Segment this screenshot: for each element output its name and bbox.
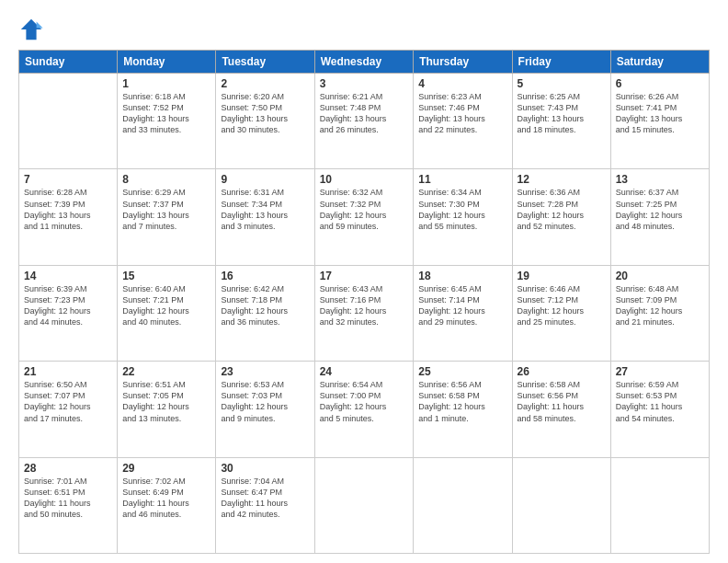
day-number: 9: [221, 173, 309, 186]
day-info: Sunrise: 6:28 AM Sunset: 7:39 PM Dayligh…: [24, 187, 112, 232]
day-cell: 5Sunrise: 6:25 AM Sunset: 7:43 PM Daylig…: [512, 74, 610, 169]
day-number: 15: [122, 270, 210, 282]
logo-icon: [18, 17, 44, 42]
day-info: Sunrise: 6:40 AM Sunset: 7:21 PM Dayligh…: [122, 283, 210, 328]
col-header-friday: Friday: [512, 51, 610, 74]
logo: [18, 17, 46, 42]
day-number: 17: [320, 270, 409, 282]
day-cell: 30Sunrise: 7:04 AM Sunset: 6:47 PM Dayli…: [216, 457, 314, 553]
day-number: 6: [616, 77, 704, 90]
day-number: 7: [24, 173, 112, 186]
col-header-tuesday: Tuesday: [216, 51, 314, 74]
col-header-wednesday: Wednesday: [314, 51, 414, 74]
day-cell: 26Sunrise: 6:58 AM Sunset: 6:56 PM Dayli…: [512, 362, 610, 457]
day-info: Sunrise: 6:18 AM Sunset: 7:52 PM Dayligh…: [122, 91, 210, 136]
day-info: Sunrise: 6:32 AM Sunset: 7:32 PM Dayligh…: [320, 187, 409, 232]
page: SundayMondayTuesdayWednesdayThursdayFrid…: [0, 0, 728, 563]
day-info: Sunrise: 6:34 AM Sunset: 7:30 PM Dayligh…: [418, 187, 506, 232]
calendar-table: SundayMondayTuesdayWednesdayThursdayFrid…: [18, 50, 710, 554]
day-number: 21: [24, 365, 112, 378]
day-cell: 1Sunrise: 6:18 AM Sunset: 7:52 PM Daylig…: [118, 74, 216, 169]
day-cell: 17Sunrise: 6:43 AM Sunset: 7:16 PM Dayli…: [314, 265, 414, 361]
week-row-3: 14Sunrise: 6:39 AM Sunset: 7:23 PM Dayli…: [19, 265, 710, 361]
day-cell: 24Sunrise: 6:54 AM Sunset: 7:00 PM Dayli…: [314, 362, 414, 457]
week-row-2: 7Sunrise: 6:28 AM Sunset: 7:39 PM Daylig…: [19, 169, 710, 265]
day-number: 8: [122, 173, 210, 186]
day-number: 20: [616, 270, 704, 282]
day-info: Sunrise: 6:51 AM Sunset: 7:05 PM Dayligh…: [122, 379, 210, 424]
day-cell: 27Sunrise: 6:59 AM Sunset: 6:53 PM Dayli…: [610, 362, 709, 457]
week-row-1: 1Sunrise: 6:18 AM Sunset: 7:52 PM Daylig…: [19, 74, 710, 169]
day-cell: [414, 457, 512, 553]
day-info: Sunrise: 7:02 AM Sunset: 6:49 PM Dayligh…: [122, 476, 210, 521]
day-info: Sunrise: 6:36 AM Sunset: 7:28 PM Dayligh…: [518, 187, 606, 232]
day-cell: 25Sunrise: 6:56 AM Sunset: 6:58 PM Dayli…: [414, 362, 512, 457]
svg-marker-1: [37, 22, 43, 29]
svg-marker-0: [21, 19, 41, 40]
day-number: 12: [518, 173, 606, 186]
day-number: 26: [518, 365, 606, 378]
day-info: Sunrise: 6:26 AM Sunset: 7:41 PM Dayligh…: [616, 91, 704, 136]
day-cell: 7Sunrise: 6:28 AM Sunset: 7:39 PM Daylig…: [19, 169, 118, 265]
day-info: Sunrise: 6:21 AM Sunset: 7:48 PM Dayligh…: [320, 91, 409, 136]
day-info: Sunrise: 6:54 AM Sunset: 7:00 PM Dayligh…: [320, 379, 409, 424]
day-info: Sunrise: 6:43 AM Sunset: 7:16 PM Dayligh…: [320, 283, 409, 328]
col-header-monday: Monday: [118, 51, 216, 74]
week-row-4: 21Sunrise: 6:50 AM Sunset: 7:07 PM Dayli…: [19, 362, 710, 457]
day-info: Sunrise: 7:01 AM Sunset: 6:51 PM Dayligh…: [24, 476, 112, 521]
day-number: 2: [221, 77, 309, 90]
day-number: 5: [518, 77, 606, 90]
day-cell: 3Sunrise: 6:21 AM Sunset: 7:48 PM Daylig…: [314, 74, 414, 169]
day-cell: 12Sunrise: 6:36 AM Sunset: 7:28 PM Dayli…: [512, 169, 610, 265]
day-info: Sunrise: 6:20 AM Sunset: 7:50 PM Dayligh…: [221, 91, 309, 136]
day-info: Sunrise: 7:04 AM Sunset: 6:47 PM Dayligh…: [221, 476, 309, 521]
day-number: 27: [616, 365, 704, 378]
day-info: Sunrise: 6:42 AM Sunset: 7:18 PM Dayligh…: [221, 283, 309, 328]
day-cell: 6Sunrise: 6:26 AM Sunset: 7:41 PM Daylig…: [610, 74, 709, 169]
day-cell: 15Sunrise: 6:40 AM Sunset: 7:21 PM Dayli…: [118, 265, 216, 361]
day-cell: 9Sunrise: 6:31 AM Sunset: 7:34 PM Daylig…: [216, 169, 314, 265]
day-number: 25: [418, 365, 506, 378]
day-number: 18: [418, 270, 506, 282]
day-cell: 11Sunrise: 6:34 AM Sunset: 7:30 PM Dayli…: [414, 169, 512, 265]
day-cell: 14Sunrise: 6:39 AM Sunset: 7:23 PM Dayli…: [19, 265, 118, 361]
col-header-thursday: Thursday: [414, 51, 512, 74]
col-header-saturday: Saturday: [610, 51, 709, 74]
header-row: SundayMondayTuesdayWednesdayThursdayFrid…: [19, 51, 710, 74]
col-header-sunday: Sunday: [19, 51, 118, 74]
day-cell: 21Sunrise: 6:50 AM Sunset: 7:07 PM Dayli…: [19, 362, 118, 457]
day-cell: 13Sunrise: 6:37 AM Sunset: 7:25 PM Dayli…: [610, 169, 709, 265]
day-info: Sunrise: 6:46 AM Sunset: 7:12 PM Dayligh…: [518, 283, 606, 328]
day-cell: [19, 74, 118, 169]
day-info: Sunrise: 6:50 AM Sunset: 7:07 PM Dayligh…: [24, 379, 112, 424]
day-number: 28: [24, 462, 112, 475]
day-cell: [512, 457, 610, 553]
day-cell: 8Sunrise: 6:29 AM Sunset: 7:37 PM Daylig…: [118, 169, 216, 265]
day-info: Sunrise: 6:56 AM Sunset: 6:58 PM Dayligh…: [418, 379, 506, 424]
day-info: Sunrise: 6:25 AM Sunset: 7:43 PM Dayligh…: [518, 91, 606, 136]
day-number: 29: [122, 462, 210, 475]
day-number: 19: [518, 270, 606, 282]
day-info: Sunrise: 6:23 AM Sunset: 7:46 PM Dayligh…: [418, 91, 506, 136]
day-cell: 16Sunrise: 6:42 AM Sunset: 7:18 PM Dayli…: [216, 265, 314, 361]
day-cell: 4Sunrise: 6:23 AM Sunset: 7:46 PM Daylig…: [414, 74, 512, 169]
day-number: 23: [221, 365, 309, 378]
day-cell: 19Sunrise: 6:46 AM Sunset: 7:12 PM Dayli…: [512, 265, 610, 361]
day-cell: 29Sunrise: 7:02 AM Sunset: 6:49 PM Dayli…: [118, 457, 216, 553]
day-cell: 23Sunrise: 6:53 AM Sunset: 7:03 PM Dayli…: [216, 362, 314, 457]
day-number: 10: [320, 173, 409, 186]
day-cell: 10Sunrise: 6:32 AM Sunset: 7:32 PM Dayli…: [314, 169, 414, 265]
day-number: 30: [221, 462, 309, 475]
day-number: 11: [418, 173, 506, 186]
day-info: Sunrise: 6:31 AM Sunset: 7:34 PM Dayligh…: [221, 187, 309, 232]
day-number: 4: [418, 77, 506, 90]
day-number: 3: [320, 77, 409, 90]
day-info: Sunrise: 6:53 AM Sunset: 7:03 PM Dayligh…: [221, 379, 309, 424]
day-info: Sunrise: 6:45 AM Sunset: 7:14 PM Dayligh…: [418, 283, 506, 328]
day-info: Sunrise: 6:29 AM Sunset: 7:37 PM Dayligh…: [122, 187, 210, 232]
day-number: 14: [24, 270, 112, 282]
day-info: Sunrise: 6:39 AM Sunset: 7:23 PM Dayligh…: [24, 283, 112, 328]
day-number: 22: [122, 365, 210, 378]
day-cell: 22Sunrise: 6:51 AM Sunset: 7:05 PM Dayli…: [118, 362, 216, 457]
day-info: Sunrise: 6:58 AM Sunset: 6:56 PM Dayligh…: [518, 379, 606, 424]
